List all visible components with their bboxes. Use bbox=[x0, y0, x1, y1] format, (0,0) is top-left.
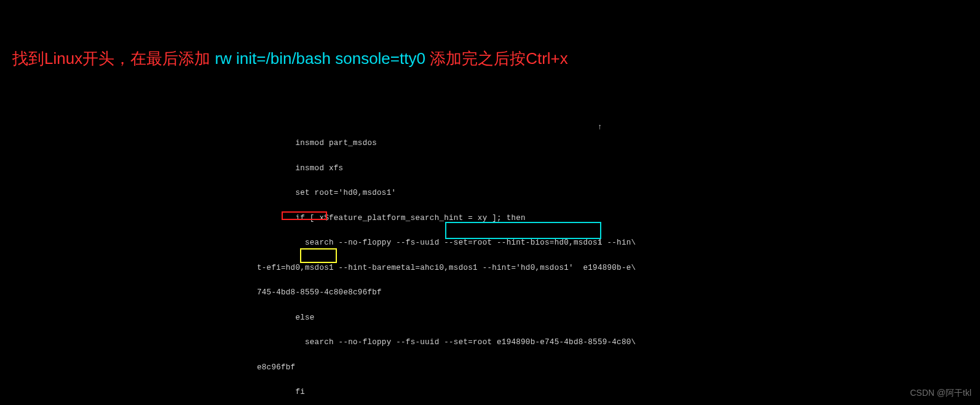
annotation-text: 找到Linux开头，在最后添加 rw init=/bin/bash sonsol… bbox=[12, 48, 568, 69]
terminal-line: 745-4bd8-8559-4c80e8c96fbf bbox=[257, 289, 636, 297]
terminal-line: e8c96fbf bbox=[257, 364, 636, 372]
annotation-param: rw init=/bin/bash sonsole=tty0 bbox=[215, 49, 425, 68]
scroll-up-icon: ↑ bbox=[598, 123, 603, 132]
terminal-line: search --no-floppy --fs-uuid --set=root … bbox=[257, 239, 636, 248]
watermark-text: CSDN @阿干tkl bbox=[910, 388, 971, 399]
terminal-line: fi bbox=[257, 388, 636, 397]
terminal-line: else bbox=[257, 314, 636, 323]
terminal-line: set root='hd0,msdos1' bbox=[257, 189, 636, 198]
grub-terminal: insmod part_msdos insmod xfs set root='h… bbox=[257, 123, 636, 405]
annotation-part1: 找到Linux开头，在最后添加 bbox=[12, 49, 215, 68]
scroll-down-icon: ↓ bbox=[598, 237, 603, 246]
annotation-part3: 添加完之后按Ctrl+x bbox=[430, 49, 568, 68]
terminal-line: insmod part_msdos bbox=[257, 140, 636, 148]
terminal-line: if [ x$feature_platform_search_hint = xy… bbox=[257, 214, 636, 223]
terminal-line: t-efi=hd0,msdos1 --hint-baremetal=ahci0,… bbox=[257, 264, 636, 273]
terminal-line: search --no-floppy --fs-uuid --set=root … bbox=[257, 339, 636, 347]
terminal-line: insmod xfs bbox=[257, 165, 636, 173]
